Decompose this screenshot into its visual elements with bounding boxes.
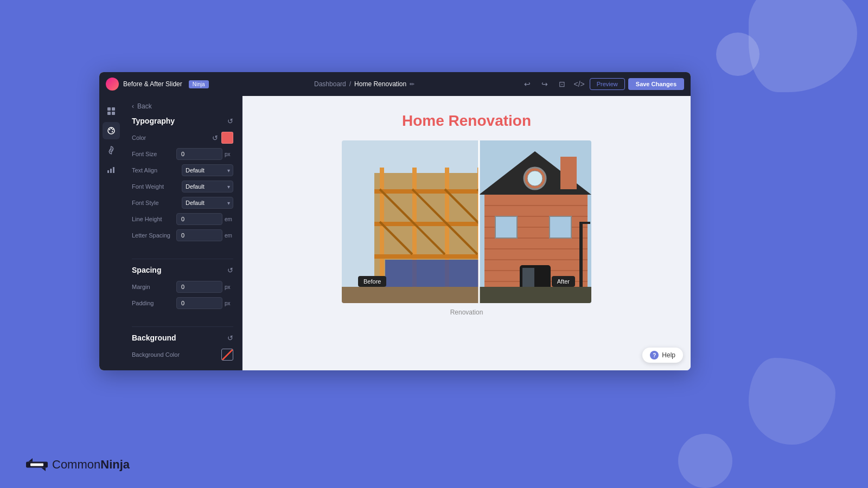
spacing-reset-icon[interactable]: ↺ [227,266,233,274]
back-button[interactable]: ‹ Back [123,96,242,117]
svg-point-8 [112,131,113,132]
line-height-unit: em [225,216,233,222]
line-height-row: Line Height em [132,213,233,225]
svg-rect-52 [522,268,534,290]
toolbar-actions: ↩ ↪ ⊡ </> Preview Save Changes [520,77,684,91]
color-reset-icon[interactable]: ↺ [212,134,218,142]
svg-rect-1 [112,107,115,111]
sidebar-icon-settings[interactable] [103,142,120,159]
text-align-label: Text Align [132,167,182,174]
sidebar-icon-analytics[interactable] [103,161,120,178]
bg-color-swatch[interactable] [221,349,233,361]
svg-rect-3 [112,112,115,115]
font-weight-label: Font Weight [132,183,182,190]
ninja-text: Ninja [100,458,130,471]
color-row: Color ↺ [132,132,233,144]
preview-button[interactable]: Preview [590,78,625,90]
edit-icon[interactable]: ✏ [410,81,414,88]
spacing-title: Spacing [132,266,161,274]
image-caption: Renovation [450,309,483,316]
line-height-label: Line Height [132,216,176,222]
margin-input[interactable] [176,281,222,293]
main-content: ‹ Back Typography ↺ Color ↺ Font Size [99,96,691,370]
padding-unit: px [225,300,233,306]
preview-area: Home Renovation [242,96,691,370]
svg-rect-54 [579,222,590,224]
sidebar-icons [99,96,123,370]
redo-button[interactable]: ↪ [538,77,552,91]
sidebar-icon-palette[interactable] [103,122,120,139]
margin-label: Margin [132,284,176,290]
settings-panel: ‹ Back Typography ↺ Color ↺ Font Size [123,96,242,370]
breadcrumb-separator: / [349,80,351,88]
svg-rect-11 [113,167,114,173]
font-weight-select[interactable]: Default Normal Bold [182,181,233,192]
sidebar-icon-grid[interactable] [103,102,120,120]
font-size-input[interactable] [176,148,222,160]
font-weight-row: Font Weight Default Normal Bold [132,181,233,192]
help-button[interactable]: ? Help [642,348,683,363]
divider-1 [132,259,233,259]
breadcrumb-current: Home Renovation [354,80,406,88]
padding-input[interactable] [176,297,222,309]
color-label: Color [132,134,212,141]
typography-reset-icon[interactable]: ↺ [227,117,233,125]
brand-area: Before & After Slider Ninja [106,78,209,91]
text-align-select[interactable]: Default Left Center Right [182,164,233,176]
svg-rect-20 [374,189,479,194]
svg-rect-9 [107,170,109,173]
save-button[interactable]: Save Changes [628,78,684,90]
letter-spacing-input[interactable] [176,229,222,241]
background-section: Background ↺ Background Color [123,333,242,370]
svg-point-5 [109,129,110,130]
svg-point-48 [527,171,542,186]
before-label: Before [358,276,386,287]
top-bar: Before & After Slider Ninja Dashboard / … [99,72,691,96]
ninja-logo-icon [26,458,48,471]
app-window: Before & After Slider Ninja Dashboard / … [99,72,691,370]
text-align-row: Text Align Default Left Center Right [132,164,233,176]
spacing-section: Spacing ↺ Margin px Padding px [123,266,242,322]
background-header: Background ↺ [132,333,233,342]
svg-marker-59 [41,468,46,471]
undo-button[interactable]: ↩ [520,77,534,91]
help-label: Help [662,351,675,359]
color-swatch[interactable] [221,132,233,144]
text-align-wrapper: Default Left Center Right [182,164,233,176]
before-after-slider[interactable]: Before After [342,140,591,303]
svg-point-6 [111,128,112,129]
after-label: After [552,276,575,287]
font-size-unit: px [225,151,233,157]
font-style-wrapper: Default Normal Italic [182,197,233,209]
background-reset-icon[interactable]: ↺ [227,334,233,342]
breadcrumb: Dashboard / Home Renovation ✏ [209,80,520,88]
back-label: Back [137,102,152,110]
svg-rect-0 [107,107,111,111]
letter-spacing-unit: em [225,233,233,239]
font-style-select[interactable]: Default Normal Italic [182,197,233,209]
typography-section: Typography ↺ Color ↺ Font Size px [123,117,242,254]
bottom-brand: CommonNinja [26,458,130,472]
font-style-row: Font Style Default Normal Italic [132,197,233,209]
margin-row: Margin px [132,281,233,293]
responsive-button[interactable]: ⊡ [555,77,569,91]
divider-2 [132,326,233,327]
letter-spacing-row: Letter Spacing em [132,229,233,241]
line-height-input[interactable] [176,213,222,225]
font-weight-wrapper: Default Normal Bold [182,181,233,192]
svg-rect-55 [479,287,591,303]
letter-spacing-label: Letter Spacing [132,232,176,239]
ninja-badge: Ninja [189,80,209,88]
breadcrumb-dashboard: Dashboard [314,80,346,88]
code-button[interactable]: </> [572,77,586,91]
common-text: Common [52,458,100,471]
brand-title: Before & After Slider [123,80,182,88]
svg-rect-21 [374,222,479,226]
svg-rect-49 [495,216,517,238]
font-style-label: Font Style [132,200,182,206]
bg-color-label: Background Color [132,351,221,358]
padding-row: Padding px [132,297,233,309]
margin-unit: px [225,284,233,290]
typography-title: Typography [132,117,175,125]
svg-marker-58 [28,458,33,461]
